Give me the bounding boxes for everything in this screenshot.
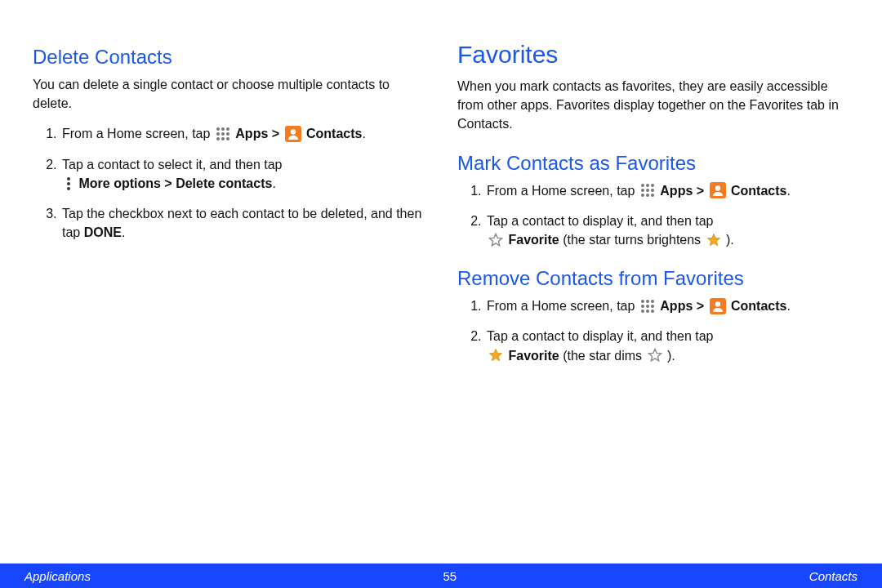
remove-step-1: From a Home screen, tap Apps > Contacts.	[485, 296, 849, 315]
right-column: Favorites When you mark contacts as favo…	[441, 41, 849, 588]
contacts-app-icon	[710, 298, 726, 314]
footer-right: Contacts	[809, 569, 858, 583]
contacts-app-icon	[285, 126, 301, 142]
apps-grid-icon	[216, 127, 230, 141]
delete-contacts-heading: Delete Contacts	[33, 46, 425, 69]
delete-steps: From a Home screen, tap Apps > Contacts.…	[33, 124, 425, 242]
remove-step-2: Tap a contact to display it, and then ta…	[485, 327, 849, 364]
mark-favorites-heading: Mark Contacts as Favorites	[457, 152, 849, 175]
mark-step-2: Tap a contact to display it, and then ta…	[485, 212, 849, 249]
more-options-icon	[64, 176, 74, 191]
star-outline-icon	[648, 348, 662, 363]
remove-steps: From a Home screen, tap Apps > Contacts.…	[457, 296, 849, 365]
left-column: Delete Contacts You can delete a single …	[33, 41, 441, 588]
delete-intro: You can delete a single contact or choos…	[33, 75, 425, 113]
contacts-app-icon	[710, 182, 726, 198]
page-footer: Applications 55 Contacts	[0, 564, 882, 588]
mark-step-1: From a Home screen, tap Apps > Contacts.	[485, 181, 849, 200]
star-filled-icon	[488, 348, 503, 363]
delete-step-2: Tap a contact to select it, and then tap…	[60, 155, 425, 193]
footer-left: Applications	[24, 569, 91, 583]
favorites-intro: When you mark contacts as favorites, the…	[457, 77, 849, 134]
footer-page-number: 55	[443, 569, 457, 583]
delete-step-3: Tap the checkbox next to each contact to…	[60, 204, 425, 242]
star-outline-icon	[488, 233, 503, 247]
mark-steps: From a Home screen, tap Apps > Contacts.…	[457, 181, 849, 250]
apps-grid-icon	[640, 299, 655, 314]
remove-favorites-heading: Remove Contacts from Favorites	[457, 267, 849, 290]
apps-grid-icon	[640, 183, 655, 198]
delete-step-1: From a Home screen, tap Apps > Contacts.	[60, 124, 425, 143]
star-filled-icon	[706, 233, 721, 247]
favorites-heading: Favorites	[457, 41, 849, 69]
